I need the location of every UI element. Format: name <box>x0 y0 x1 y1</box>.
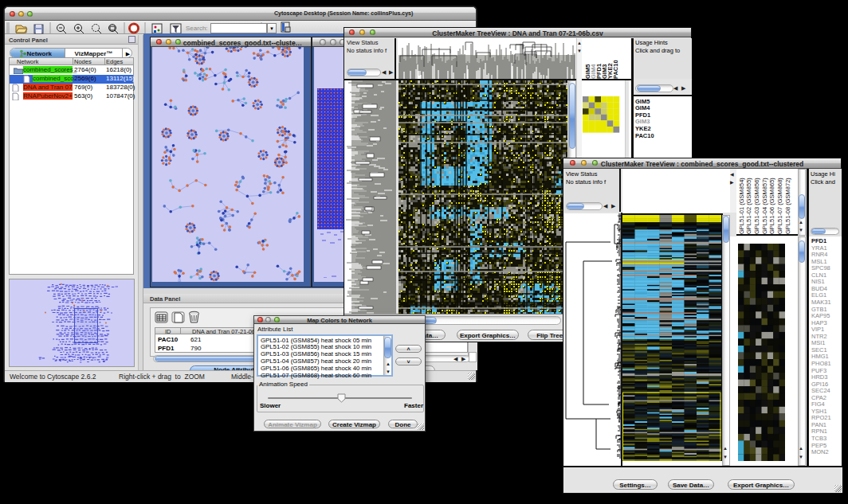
svg-text:Search:: Search: <box>186 25 208 32</box>
